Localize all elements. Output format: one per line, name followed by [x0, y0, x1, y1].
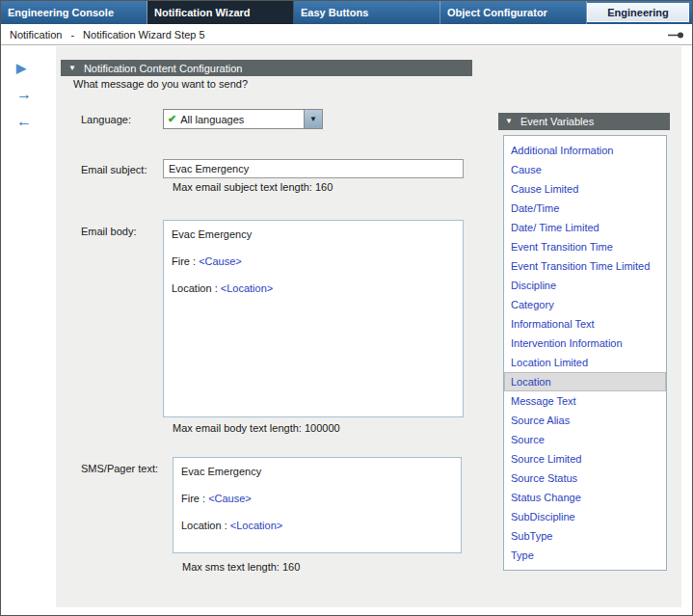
sms-line: Fire : <Cause> — [181, 492, 453, 505]
location-variable: <Location> — [230, 520, 282, 531]
app-window: Engineering Console Notification Wizard … — [0, 0, 693, 616]
event-variable-item[interactable]: Message Text — [504, 391, 666, 411]
event-variable-item[interactable]: Additional Information — [504, 141, 666, 160]
event-variable-item[interactable]: Discipline — [504, 276, 666, 295]
tab-strip: Engineering Console Notification Wizard … — [1, 1, 587, 24]
event-variable-item[interactable]: Cause — [504, 160, 666, 179]
event-variable-item[interactable]: Source Status — [504, 469, 666, 488]
email-body-line: Fire : <Cause> — [172, 254, 455, 268]
breadcrumb-separator: - — [70, 29, 74, 40]
sms-text-textarea[interactable]: Evac Emergency Fire : <Cause> Location :… — [173, 457, 462, 553]
section-title: Notification Content Configuration — [84, 63, 242, 74]
run-icon[interactable]: ▶ — [16, 61, 26, 75]
email-subject-label: Email subject: — [81, 164, 147, 175]
event-variable-item[interactable]: Cause Limited — [504, 179, 666, 199]
sms-text-hint: Max sms text length: 160 — [182, 561, 300, 573]
question-text: What message do you want to send? — [73, 78, 248, 90]
breadcrumb-current: Notification Wizard Step 5 — [83, 29, 205, 40]
tab[interactable]: Object Configurator — [440, 1, 587, 24]
chevron-down-icon: ▼ — [309, 115, 317, 123]
sms-blank-line — [181, 505, 453, 519]
email-body-line: Evac Emergency — [172, 228, 455, 241]
email-body-textarea[interactable]: Evac Emergency Fire : <Cause> Location :… — [163, 220, 464, 417]
email-body-blank-line — [172, 241, 455, 254]
email-subject-input[interactable] — [163, 159, 464, 178]
email-body-hint: Max email body text length: 100000 — [173, 422, 340, 434]
sms-pager-label: SMS/Pager text: — [81, 463, 158, 474]
tab[interactable]: Notification Wizard — [147, 1, 294, 24]
event-variable-item[interactable]: Location Limited — [504, 353, 666, 372]
event-variable-item[interactable]: Location — [504, 372, 666, 391]
event-variable-item[interactable]: Type — [504, 546, 666, 565]
forward-arrow-icon[interactable]: → — [16, 86, 32, 103]
event-variable-item[interactable]: Date/ Time Limited — [504, 218, 666, 237]
tab-bar: Engineering Console Notification Wizard … — [1, 1, 692, 24]
language-dropdown[interactable]: ✔ All languages ▼ — [163, 109, 323, 129]
email-body-line: Location : <Location> — [172, 281, 455, 295]
event-variables-header[interactable]: ▼ Event Variables — [498, 113, 670, 130]
sms-line: Evac Emergency — [181, 465, 453, 478]
event-variable-item[interactable]: Source Limited — [504, 449, 666, 469]
location-prefix: Location : — [181, 520, 230, 531]
check-icon: ✔ — [168, 113, 176, 125]
breadcrumb: Notification - Notification Wizard Step … — [1, 24, 692, 45]
collapse-triangle-icon[interactable]: ▼ — [68, 65, 76, 72]
cause-variable: <Cause> — [199, 255, 242, 267]
fire-prefix: Fire : — [172, 255, 199, 267]
breadcrumb-root[interactable]: Notification — [10, 29, 62, 40]
event-variable-item[interactable]: Informational Text — [504, 314, 666, 334]
language-label: Language: — [81, 114, 131, 125]
event-variable-item[interactable]: Intervention Information — [504, 334, 666, 353]
email-subject-hint: Max email subject text length: 160 — [173, 181, 333, 193]
event-variables-title: Event Variables — [520, 116, 594, 127]
fire-prefix: Fire : — [181, 493, 208, 504]
dropdown-arrow-button[interactable]: ▼ — [304, 110, 322, 128]
tab[interactable]: Easy Buttons — [294, 1, 440, 24]
section-header-notification-content[interactable]: ▼ Notification Content Configuration — [61, 60, 472, 76]
wizard-content: ▼ Notification Content Configuration Wha… — [56, 46, 681, 607]
email-body-blank-line — [172, 268, 455, 281]
event-variable-item[interactable]: SubDiscipline — [504, 507, 666, 526]
location-prefix: Location : — [172, 282, 221, 294]
event-variable-item[interactable]: Status Change — [504, 488, 666, 507]
pin-icon-glyph — [667, 31, 684, 40]
event-variable-item[interactable]: SubType — [504, 526, 666, 546]
cause-variable: <Cause> — [208, 493, 252, 504]
event-variable-item[interactable]: Event Transition Time Limited — [504, 256, 666, 276]
sms-blank-line — [181, 478, 453, 492]
engineering-mode-button[interactable]: Engineering — [587, 3, 689, 22]
sms-line: Location : <Location> — [181, 519, 453, 532]
event-variable-item[interactable]: Event Transition Time — [504, 237, 666, 256]
event-variable-item[interactable]: Category — [504, 295, 666, 314]
event-variable-item[interactable]: Source Alias — [504, 411, 666, 430]
language-dropdown-value: All languages — [180, 114, 304, 125]
wizard-nav-rail: ▶ → ← — [1, 46, 56, 616]
email-body-label: Email body: — [81, 226, 136, 237]
collapse-triangle-icon[interactable]: ▼ — [505, 118, 513, 125]
event-variables-list: Additional Information Cause Cause Limit… — [503, 135, 667, 571]
location-variable: <Location> — [221, 282, 273, 294]
event-variable-item[interactable]: Source — [504, 430, 666, 449]
event-variable-item[interactable]: Date/Time — [504, 199, 666, 218]
pin-icon[interactable] — [667, 31, 684, 40]
tab[interactable]: Engineering Console — [1, 1, 147, 24]
back-arrow-icon[interactable]: ← — [16, 113, 32, 130]
